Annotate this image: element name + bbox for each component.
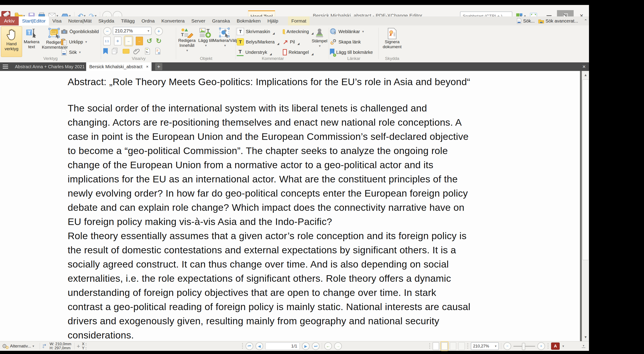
select-text-button[interactable]: T Markera text bbox=[23, 26, 40, 56]
view-back-button[interactable]: ← bbox=[324, 342, 332, 350]
status-zoom-combobox[interactable]: 210,27% ▾ bbox=[471, 342, 499, 350]
arrow-tool-button[interactable]: ↗ Pil ◢ bbox=[283, 37, 314, 47]
select-objects-button[interactable]: Markera/Välj ▾ bbox=[215, 26, 235, 56]
thumbnails-pane-button[interactable] bbox=[112, 48, 118, 54]
menu-ordna[interactable]: Ordna bbox=[138, 16, 158, 25]
typewriter-button[interactable]: T Skrivmaskin ◢ bbox=[237, 26, 282, 37]
weblinks-button[interactable]: Weblänkar ▾ bbox=[330, 26, 378, 37]
chevron-down-icon: ▼ bbox=[582, 344, 585, 347]
comments-pane-button[interactable] bbox=[123, 49, 130, 54]
rotate-left-button[interactable]: ↺ bbox=[146, 38, 152, 44]
menu-bokmarken[interactable]: Bokmärken bbox=[234, 16, 264, 25]
zoom-slider-thumb[interactable] bbox=[522, 343, 525, 350]
page-size-indicator: W: 210,0mmH: 297,0mm bbox=[42, 341, 71, 351]
fit-visible-button[interactable]: ↔ bbox=[136, 37, 143, 45]
scrollbar-thumb[interactable] bbox=[582, 79, 589, 260]
menu-start-editor[interactable]: Start|Editor bbox=[19, 16, 49, 25]
hand-tool-button[interactable]: Hand verktyg bbox=[1, 26, 22, 57]
menu-skydda[interactable]: Skydda bbox=[95, 16, 118, 25]
title-bar: ▾ ▾ ▾ ↶▾ ↷▾ ← → Hand Tool Bersick bbox=[0, 5, 589, 17]
tab-list-menu-button[interactable] bbox=[3, 65, 8, 69]
single-page-layout-button[interactable] bbox=[433, 342, 439, 350]
lankar-column: Weblänkar ▾ Skapa länk + Lägg till bokmä… bbox=[330, 26, 378, 57]
snapshot-button[interactable]: Ögonblicksbild bbox=[61, 26, 100, 37]
close-tab-icon[interactable]: × bbox=[146, 64, 148, 69]
select-text-icon: T bbox=[26, 28, 38, 39]
document-body-text: The social order of the international sy… bbox=[68, 101, 532, 341]
zoom-slider[interactable] bbox=[514, 346, 535, 347]
scroll-down-button[interactable]: ▼ bbox=[582, 333, 589, 341]
fit-width-button[interactable]: ↔ bbox=[125, 37, 132, 45]
sign-document-button[interactable]: Signera dokument bbox=[380, 26, 404, 56]
options-button[interactable]: ⚙ ⚙ Alternativ... ▾ bbox=[2, 341, 34, 351]
scroll-up-button[interactable]: ▲ bbox=[582, 71, 589, 79]
menu-server[interactable]: Server bbox=[188, 16, 209, 25]
clipboard-button[interactable]: Urklipp ▾ bbox=[61, 37, 100, 47]
menu-visa[interactable]: Visa bbox=[49, 16, 65, 25]
actual-size-button[interactable]: 1:1 bbox=[103, 37, 110, 45]
vertical-scrollbar[interactable]: ▲ ▼ bbox=[582, 71, 589, 341]
separator bbox=[40, 343, 40, 350]
status-zoom-out-button[interactable]: − bbox=[504, 342, 511, 350]
open-in-acrobat-button[interactable]: A bbox=[551, 343, 560, 350]
page-height-value: H: 297,0mm bbox=[50, 346, 70, 350]
menu-tillagg[interactable]: Tillägg bbox=[118, 16, 138, 25]
page-number-field[interactable]: 1/1 bbox=[266, 343, 300, 350]
bookmarks-pane-button[interactable] bbox=[103, 48, 108, 54]
two-page-layout-button[interactable] bbox=[450, 342, 456, 350]
document-tab-active[interactable]: Bersick Michalski_abstract × bbox=[86, 62, 152, 71]
properties-pane-button[interactable]: ⚙ bbox=[155, 48, 161, 54]
view-forward-button[interactable]: → bbox=[334, 342, 342, 350]
rotate-right-button[interactable]: ↻ bbox=[156, 38, 162, 44]
previous-page-button[interactable]: ◀ bbox=[256, 342, 263, 350]
search-tool-label: Sök bbox=[69, 50, 77, 55]
add-object-button[interactable]: T Lägg till ▾ bbox=[197, 26, 214, 56]
highlight-label: Belys/Markera bbox=[246, 39, 275, 45]
first-page-button[interactable]: ⏮ bbox=[246, 342, 253, 350]
group-label-objekt: Objekt bbox=[177, 56, 235, 61]
drag-handle[interactable] bbox=[242, 343, 243, 350]
menu-arkiv[interactable]: Arkiv bbox=[0, 16, 19, 25]
menu-notera-mat[interactable]: Notera|Mät bbox=[65, 16, 95, 25]
drag-handle[interactable] bbox=[547, 343, 549, 350]
zoom-in-button[interactable]: + bbox=[155, 27, 163, 35]
collapse-corner-widget[interactable]: ▼ bbox=[582, 341, 585, 351]
collapse-ribbon-button[interactable]: ⌃ bbox=[584, 18, 588, 23]
separator bbox=[101, 28, 101, 59]
document-tab-inactive[interactable]: Abstract Anna + Charles May 2021 × bbox=[12, 62, 94, 71]
tab-label: Bersick Michalski_abstract bbox=[89, 64, 142, 69]
create-link-button[interactable]: Skapa länk bbox=[330, 37, 378, 47]
new-tab-button[interactable]: + bbox=[155, 63, 162, 70]
continuous-layout-button[interactable] bbox=[441, 342, 448, 350]
page-navigation: ⏮ ◀ 1/1 ▶ ⏭ ← → bbox=[242, 341, 342, 351]
menu-konvertera[interactable]: Konvertera bbox=[158, 16, 188, 25]
close-document-button[interactable]: × bbox=[580, 63, 588, 70]
attachments-pane-button[interactable] bbox=[134, 48, 140, 54]
search-button[interactable]: Sök... bbox=[516, 18, 535, 24]
svg-text:T: T bbox=[181, 32, 184, 37]
drag-handle[interactable] bbox=[467, 343, 468, 350]
forward-arrow-icon: → bbox=[336, 344, 340, 349]
edit-content-button[interactable]: T Redigera Innehåll ▾ bbox=[178, 26, 196, 56]
menu-hjalp[interactable]: Hjälp bbox=[264, 16, 282, 25]
chevron-down-icon: ▾ bbox=[79, 50, 81, 54]
bookmark-plus-icon: + bbox=[330, 49, 334, 56]
page-size-icon bbox=[42, 343, 48, 349]
sticky-note-button[interactable]: Anteckning ◢ bbox=[283, 26, 314, 37]
two-page-continuous-layout-button[interactable] bbox=[458, 342, 465, 350]
status-zoom-in-button[interactable]: + bbox=[537, 342, 545, 350]
content-pane-button[interactable]: T≡ bbox=[144, 48, 151, 54]
highlight-button[interactable]: T Belys/Markera ◢ bbox=[237, 37, 282, 47]
advanced-search-button[interactable]: Sök avancerat... bbox=[538, 18, 578, 24]
fit-page-button[interactable]: ✣ bbox=[114, 37, 121, 45]
stamp-button[interactable]: Stämpel ▾ bbox=[311, 26, 328, 56]
zoom-out-button[interactable]: − bbox=[103, 27, 112, 35]
drag-handle[interactable] bbox=[429, 343, 430, 350]
next-page-button[interactable]: ▶ bbox=[302, 342, 310, 350]
menu-format[interactable]: Format bbox=[288, 16, 310, 25]
page-edge-shadow bbox=[580, 71, 582, 341]
last-page-button[interactable]: ⏭ bbox=[312, 342, 320, 350]
zoom-level-combobox[interactable]: 210,27% ▾ bbox=[113, 27, 152, 35]
globe-link-icon bbox=[330, 28, 337, 35]
menu-granska[interactable]: Granska bbox=[208, 16, 233, 25]
